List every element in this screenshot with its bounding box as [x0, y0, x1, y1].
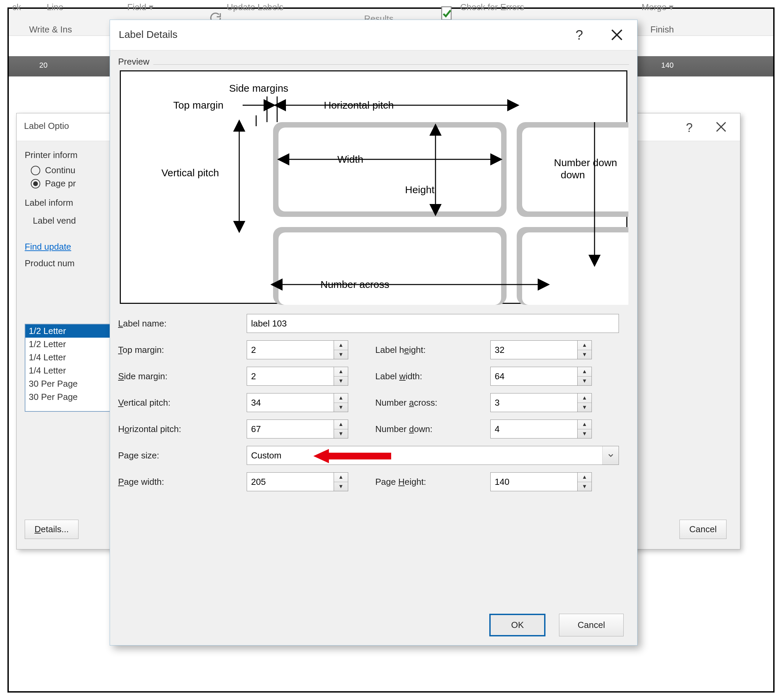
chevron-down-icon[interactable] [602, 446, 619, 465]
number-across-input[interactable]: 3▲▼ [490, 393, 592, 412]
number-down-input[interactable]: 4▲▼ [490, 420, 592, 438]
page-size-combo[interactable]: Custom [247, 446, 619, 465]
ribbon-merge[interactable]: Merge ▾ [642, 2, 674, 13]
page-height-label: Page Height: [375, 477, 490, 487]
page-width-input[interactable]: 205▲▼ [247, 472, 348, 491]
list-item[interactable]: 1/2 Letter [25, 325, 112, 338]
top-margin-input[interactable]: 2▲▼ [247, 340, 348, 359]
ribbon-update-labels[interactable]: Update Labels [227, 2, 283, 13]
list-item[interactable]: 30 Per Page [25, 377, 112, 390]
help-icon[interactable]: ? [575, 27, 583, 43]
side-margin-label: Side margin: [118, 371, 247, 382]
svg-text:Top margin: Top margin [173, 100, 223, 111]
label-height-input[interactable]: 32▲▼ [490, 340, 592, 359]
list-item[interactable]: 1/2 Letter [25, 338, 112, 351]
ribbon-check-errors[interactable]: Check for Errors [460, 2, 524, 13]
horizontal-pitch-input[interactable]: 67▲▼ [247, 420, 348, 438]
product-number-list[interactable]: 1/2 Letter 1/2 Letter 1/4 Letter 1/4 Let… [25, 324, 113, 412]
preview-heading: Preview [118, 57, 149, 67]
vertical-pitch-input[interactable]: 34▲▼ [247, 393, 348, 412]
svg-rect-5 [278, 128, 501, 212]
list-item[interactable]: 1/4 Letter [25, 351, 112, 364]
label-name-label: Label name: [118, 318, 247, 329]
svg-text:Number down: Number down [554, 157, 617, 168]
top-margin-label: Top margin: [118, 345, 247, 355]
radio-continuous-label: Continu [45, 165, 75, 176]
page-size-value: Custom [247, 450, 602, 461]
ribbon-line[interactable]: Line [47, 2, 63, 13]
page-size-label: Page size: [118, 450, 247, 461]
label-width-label: Label width: [375, 371, 490, 382]
ruler-tick-20: 20 [39, 61, 47, 70]
number-across-label: Number across: [375, 398, 490, 408]
svg-rect-7 [278, 232, 501, 305]
ok-button[interactable]: OK [489, 614, 545, 637]
label-details-title: Label Details [119, 29, 177, 40]
label-details-titlebar: Label Details ? [110, 20, 637, 50]
ribbon-field[interactable]: Field ▾ [127, 2, 153, 13]
label-height-label: Label height: [375, 345, 490, 355]
horizontal-pitch-label: Horizontal pitch: [118, 424, 247, 434]
svg-text:Height: Height [405, 184, 435, 195]
spinner-up-icon: ▲ [334, 341, 348, 350]
ruler-tick-140: 140 [661, 61, 674, 70]
label-width-input[interactable]: 64▲▼ [490, 367, 592, 386]
side-margin-input[interactable]: 2▲▼ [247, 367, 348, 386]
svg-text:down: down [561, 169, 585, 180]
page-width-label: Page width: [118, 477, 247, 487]
help-icon[interactable]: ? [686, 121, 693, 135]
ribbon-group-finish: Finish [650, 24, 674, 35]
cancel-button[interactable]: Cancel [679, 520, 727, 539]
label-name-input[interactable]: label 103 [247, 314, 619, 333]
ribbon-ck[interactable]: ck [12, 2, 21, 13]
find-updates-link[interactable]: Find update [25, 242, 71, 252]
vertical-pitch-label: Vertical pitch: [118, 398, 247, 408]
list-item[interactable]: 30 Per Page [25, 390, 112, 403]
details-button[interactable]: DDetails...etails... [25, 520, 78, 539]
svg-rect-0 [442, 7, 451, 20]
close-icon[interactable] [607, 25, 627, 45]
svg-text:Vertical pitch: Vertical pitch [162, 167, 219, 178]
number-down-label: Number down: [375, 424, 490, 434]
spinner-down-icon: ▼ [334, 350, 348, 359]
cancel-button[interactable]: Cancel [559, 614, 624, 637]
label-options-title: Label Optio [24, 121, 69, 131]
label-preview-diagram: Side margins Top margin Horizontal pitch… [120, 70, 627, 304]
page-height-input[interactable]: 140▲▼ [490, 472, 592, 491]
svg-text:Side margins: Side margins [229, 83, 288, 94]
close-icon[interactable] [711, 117, 731, 137]
list-item[interactable]: 1/4 Letter [25, 364, 112, 377]
ribbon-group-write: Write & Ins [29, 24, 72, 35]
radio-page-label: Page pr [45, 178, 76, 189]
svg-rect-8 [522, 232, 629, 305]
label-details-dialog: Label Details ? Preview [110, 20, 637, 645]
separator [153, 64, 629, 65]
